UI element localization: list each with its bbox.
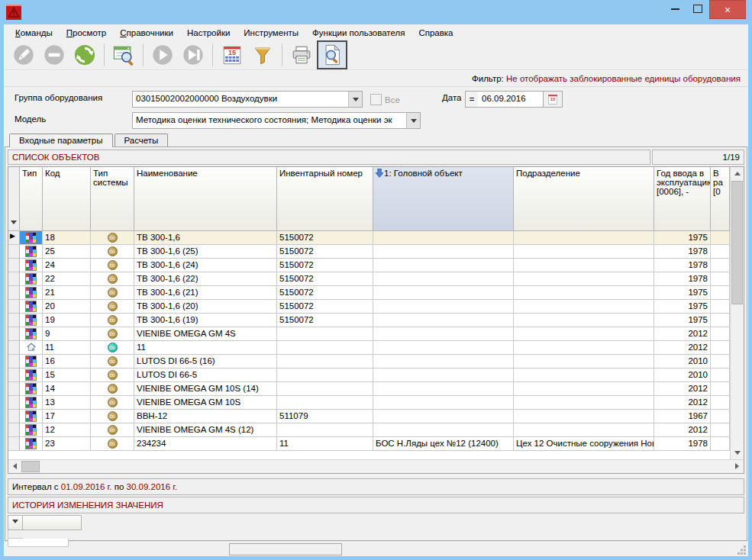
close-button[interactable]: × bbox=[709, 0, 746, 19]
column-header-dept[interactable]: Подразделение bbox=[514, 167, 654, 231]
cell-marker bbox=[8, 396, 20, 410]
doc-search-icon bbox=[321, 43, 344, 66]
cell-head bbox=[373, 369, 514, 382]
table-row[interactable]: ▶18соТВ 300-1,651500721975 bbox=[8, 231, 730, 245]
cell-last bbox=[711, 286, 730, 300]
toolbar: 15 bbox=[4, 40, 748, 70]
minimize-button[interactable] bbox=[663, 0, 686, 18]
cell-type bbox=[20, 259, 43, 272]
cell-sys: со bbox=[91, 272, 134, 286]
resize-grip[interactable] bbox=[737, 546, 747, 555]
menu-item-view[interactable]: Просмотр bbox=[60, 27, 114, 39]
tab-input-parameters[interactable]: Входные параметры bbox=[9, 134, 113, 147]
menu-item-help[interactable]: Справка bbox=[412, 27, 460, 39]
menu-item-commands[interactable]: Команды bbox=[8, 27, 60, 39]
equipment-group-combobox[interactable]: 03015002002000000 Воздуходувки bbox=[132, 91, 363, 108]
equipment-group-dropdown-button[interactable] bbox=[348, 92, 362, 107]
cell-sys: со bbox=[91, 410, 134, 423]
column-header-sys[interactable]: Тип системы bbox=[91, 167, 134, 231]
cell-head: БОС Н.Ляды цех №12 (12400) bbox=[373, 437, 514, 451]
cell-dept bbox=[514, 341, 654, 355]
table-row[interactable]: 22соТВ 300-1,6 (22)51500721978 bbox=[8, 272, 730, 286]
delete-button bbox=[39, 40, 69, 69]
svg-text:15: 15 bbox=[550, 97, 556, 101]
system-type-icon: со bbox=[108, 343, 118, 352]
equipment-type-icon bbox=[26, 411, 36, 421]
equipment-group-value: 03015002002000000 Воздуходувки bbox=[133, 92, 348, 107]
date-calendar-button[interactable]: 15 bbox=[543, 91, 563, 108]
cell-year: 2012 bbox=[654, 396, 711, 410]
column-header-type[interactable]: Тип bbox=[20, 167, 43, 231]
menu-item-tools[interactable]: Инструменты bbox=[237, 27, 305, 39]
table-row[interactable]: 24соТВ 300-1,6 (24)51500721978 bbox=[8, 259, 730, 272]
titlebar[interactable]: × bbox=[0, 0, 752, 24]
cell-type bbox=[20, 286, 43, 300]
table-row[interactable]: 11со112012 bbox=[8, 341, 730, 355]
table-row[interactable]: 16соLUTOS DI 66-5 (16)2010 bbox=[8, 355, 730, 369]
cell-dept bbox=[514, 245, 654, 259]
scroll-right-button[interactable] bbox=[731, 460, 744, 472]
cell-head bbox=[373, 300, 514, 314]
cell-dept bbox=[514, 300, 654, 314]
column-header-code[interactable]: Код bbox=[43, 167, 91, 231]
menu-item-settings[interactable]: Настройки bbox=[180, 27, 237, 39]
scroll-left-button[interactable] bbox=[8, 460, 21, 472]
tab-calculations[interactable]: Расчеты bbox=[115, 134, 169, 146]
cell-inv: 5150072 bbox=[277, 259, 373, 272]
model-combobox[interactable]: Методика оценки технического состояния; … bbox=[132, 112, 421, 129]
table-row[interactable]: 17соВВН-125110791967 bbox=[8, 410, 730, 423]
vertical-scroll-thumb[interactable] bbox=[731, 181, 743, 304]
menu-item-references[interactable]: Справочники bbox=[113, 27, 180, 39]
scroll-up-button[interactable] bbox=[731, 167, 744, 179]
cell-year: 2012 bbox=[654, 423, 711, 437]
cell-year: 1978 bbox=[654, 272, 711, 286]
filter-bar: Фильтр: Не отображать заблокированные ед… bbox=[4, 70, 748, 87]
column-header-head[interactable]: 1: Головной объект bbox=[373, 167, 514, 231]
table-row[interactable]: 19соТВ 300-1,6 (19)51500721975 bbox=[8, 314, 730, 327]
print-button[interactable] bbox=[286, 40, 317, 69]
column-header-name[interactable]: Наименование bbox=[134, 167, 277, 231]
table-row[interactable]: 20соТВ 300-1,6 (20)51500721975 bbox=[8, 300, 730, 314]
horizontal-scroll-thumb[interactable] bbox=[21, 461, 40, 472]
filter-button[interactable] bbox=[247, 40, 278, 69]
cell-dept bbox=[514, 259, 654, 272]
refresh-button[interactable] bbox=[69, 40, 100, 69]
table-row[interactable]: 12соVIENIBE OMEGA GM 4S (12)2012 bbox=[8, 423, 730, 437]
vertical-scrollbar[interactable] bbox=[730, 167, 744, 459]
calendar-button[interactable]: 15 bbox=[217, 40, 247, 69]
cell-head bbox=[373, 245, 514, 259]
table-row[interactable]: 25соТВ 300-1,6 (25)51500721978 bbox=[8, 245, 730, 259]
table-row[interactable]: 21соТВ 300-1,6 (21)51500721975 bbox=[8, 286, 730, 300]
cell-sys: со bbox=[91, 423, 134, 437]
all-checkbox[interactable]: Все bbox=[370, 94, 400, 105]
table-row[interactable]: 14соVIENIBE OMEGA GM 10S (14)2012 bbox=[8, 382, 730, 396]
column-header-last[interactable]: В ра [0 bbox=[711, 167, 730, 231]
equipment-type-icon bbox=[26, 246, 36, 256]
table-row[interactable]: 13соVIENIBE OMEGA GM 10S2012 bbox=[8, 396, 730, 410]
horizontal-scrollbar[interactable] bbox=[8, 459, 744, 473]
view-card-button[interactable] bbox=[108, 40, 139, 69]
app-icon bbox=[6, 5, 21, 20]
date-operator-button[interactable]: = bbox=[465, 91, 479, 108]
model-dropdown-button[interactable] bbox=[406, 113, 420, 128]
table-row[interactable]: 9соVIENIBE OMEGA GM 4S2012 bbox=[8, 327, 730, 341]
date-input[interactable]: 06.09.2016 bbox=[478, 91, 544, 108]
scroll-down-button[interactable] bbox=[731, 447, 744, 459]
cell-marker bbox=[8, 369, 20, 382]
table-row[interactable]: 23со23423411БОС Н.Ляды цех №12 (12400)Це… bbox=[8, 437, 730, 451]
cell-inv bbox=[277, 423, 373, 437]
history-filter-button[interactable] bbox=[8, 515, 22, 530]
print-preview-button[interactable] bbox=[317, 40, 347, 69]
chevron-down-icon bbox=[12, 520, 18, 526]
column-header-inv[interactable]: Инвентарный номер bbox=[277, 167, 373, 231]
grid-filter-dropdown-icon[interactable] bbox=[11, 220, 17, 227]
column-header-year[interactable]: Год ввода в эксплуатацию [0006], - bbox=[654, 167, 711, 231]
cell-code: 17 bbox=[43, 410, 91, 423]
menu-item-user-functions[interactable]: Функции пользователя bbox=[305, 27, 412, 39]
maximize-button[interactable] bbox=[686, 0, 709, 18]
history-column-header[interactable] bbox=[22, 515, 82, 530]
cell-marker bbox=[8, 300, 20, 314]
table-row[interactable]: 15соLUTOS DI 66-52010 bbox=[8, 369, 730, 382]
cell-dept bbox=[514, 327, 654, 341]
cell-type bbox=[20, 272, 43, 286]
